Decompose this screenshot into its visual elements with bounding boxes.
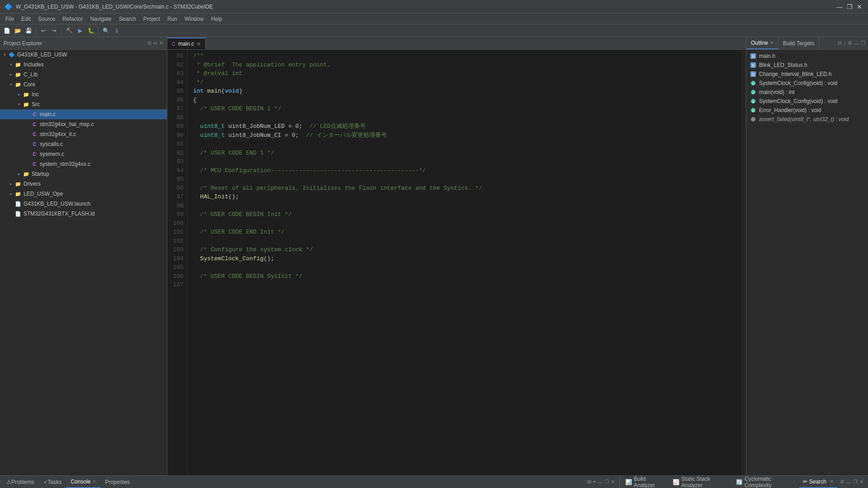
search-tab-close[interactable]: ✕ [830, 479, 834, 484]
outline-item[interactable]: vSystemClock_Config(void) : void [746, 79, 868, 88]
outline-item[interactable]: imain(void) : int [746, 88, 868, 97]
toolbar-search[interactable]: 🔍 [101, 26, 111, 36]
tree-item-src[interactable]: ▾📁Src [0, 99, 167, 109]
menu-run[interactable]: Run [164, 14, 181, 24]
explorer-close[interactable]: ✕ [159, 40, 163, 46]
outline-content: hmain.hhBlink_LED_Status.hhChange_Interv… [746, 50, 868, 475]
tree-item-c-lib[interactable]: ▸📁C_Lib [0, 70, 167, 80]
search-options[interactable]: ⚙ [840, 479, 844, 485]
menu-edit[interactable]: Edit [18, 14, 34, 24]
code-line-93 [193, 157, 741, 166]
outline-label: Error_Handler(void) : void [759, 107, 821, 113]
toolbar-sep-1 [36, 27, 36, 35]
tree-arrow: ▸ [8, 72, 14, 77]
menu-source[interactable]: Source [34, 14, 59, 24]
outline-item[interactable]: hmain.h [746, 52, 868, 61]
tree-item-label: Includes [24, 61, 44, 68]
editor-scrollbar[interactable] [741, 50, 746, 475]
code-content[interactable]: /** * @brief The application entry point… [188, 50, 741, 475]
tree-item-main-c[interactable]: Cmain.c [0, 109, 167, 119]
menu-file[interactable]: File [2, 14, 18, 24]
tree-item-label: main.c [40, 111, 56, 117]
tree-item-sysmem-c[interactable]: Csysmem.c [0, 149, 167, 159]
code-line-96: /* Reset of all peripherals, Initializes… [193, 184, 741, 193]
tree-item-g431kb-led-usw-launch[interactable]: 📄G431KB_LED_USW.launch [0, 199, 167, 209]
outline-icon: h [750, 62, 756, 68]
outline-sort[interactable]: ↕ [844, 41, 846, 46]
outline-settings[interactable]: ⚙ [848, 40, 852, 46]
console-select[interactable]: ▾ [593, 479, 596, 485]
tab-search[interactable]: ✏ Search ✕ [799, 476, 837, 488]
tab-build-targets[interactable]: Build Targets [778, 37, 819, 49]
code-line-100 [193, 219, 741, 228]
folder-icon: 📁 [23, 170, 30, 178]
tree-item-includes[interactable]: ▾📁Includes [0, 60, 167, 70]
toolbar-new[interactable]: 📄 [2, 26, 12, 36]
editor-tab-main-c[interactable]: C main.c ✕ [167, 38, 206, 49]
toolbar-build[interactable]: 🔨 [64, 26, 74, 36]
tab-problems[interactable]: ⚠ Problems [2, 476, 39, 488]
tree-item-syscalls-c[interactable]: Csyscalls.c [0, 139, 167, 149]
toolbar-debug[interactable]: 🐛 [86, 26, 96, 36]
toolbar-undo[interactable]: ↩ [38, 26, 48, 36]
outline-item[interactable]: hChange_Interval_Blink_LED.h [746, 70, 868, 79]
search-min[interactable]: — [846, 479, 851, 485]
tab-build-analyzer[interactable]: 📊 Build Analyzer [622, 476, 669, 488]
toolbar-save[interactable]: 💾 [24, 26, 33, 36]
tab-cyclomatic[interactable]: 🔄 Cyclomatic Complexity [732, 476, 799, 488]
console-new[interactable]: ⊞ [587, 479, 591, 485]
tree-arrow: ▾ [8, 62, 14, 67]
tab-tasks[interactable]: ✓ Tasks [39, 476, 66, 488]
code-editor[interactable]: 8182838485868788899091929394959697989910… [167, 50, 746, 475]
menu-help[interactable]: Help [208, 14, 226, 24]
svg-text:h: h [752, 72, 754, 77]
search-max[interactable]: ❐ [853, 479, 858, 485]
toolbar-open[interactable]: 📂 [13, 26, 23, 36]
outline-label: main(void) : int [759, 89, 795, 95]
outline-item[interactable]: vError_Handler(void) : void [746, 106, 868, 115]
tree-item-stm32g4xx-hal-msp-c[interactable]: Cstm32g4xx_hal_msp.c [0, 119, 167, 129]
outline-max[interactable]: ❐ [861, 40, 865, 46]
toolbar-redo[interactable]: ↪ [49, 26, 59, 36]
menu-refactor[interactable]: Refactor [59, 14, 86, 24]
tree-item-stm32g431kbtx-flash-ld[interactable]: 📄STM32G431KBTX_FLASH.ld [0, 209, 167, 219]
tab-close-button[interactable]: ✕ [197, 41, 201, 47]
tree-item-drivers[interactable]: ▸📁Drivers [0, 179, 167, 189]
tree-item-core[interactable]: ▾📁Core [0, 80, 167, 89]
toolbar-run[interactable]: ▶ [75, 26, 85, 36]
tree-item-system-stm32g4xx-c[interactable]: Csystem_stm32g4xx.c [0, 159, 167, 169]
close-button[interactable]: ✕ [855, 3, 863, 11]
menu-window[interactable]: Window [181, 14, 208, 24]
menu-project[interactable]: Project [140, 14, 164, 24]
tab-properties[interactable]: Properties [100, 476, 134, 488]
outline-min[interactable]: — [854, 41, 859, 46]
tab-static-stack[interactable]: 📈 Static Stack Analyzer [669, 476, 732, 488]
folder-icon: 📁 [14, 81, 22, 88]
tab-outline[interactable]: Outline ✕ [746, 37, 778, 49]
tree-item-startup[interactable]: ▸📁Startup [0, 169, 167, 179]
code-line-98 [193, 202, 741, 211]
console-tab-close[interactable]: ✕ [92, 479, 96, 484]
maximize-button[interactable]: ❐ [845, 3, 854, 11]
search-close[interactable]: ✕ [859, 479, 863, 485]
outline-item[interactable]: assert_failed(uint8_t*, uint32_t) : void [746, 115, 868, 124]
tree-item-inc[interactable]: ▸📁Inc [0, 89, 167, 99]
console-max[interactable]: ❐ [604, 479, 609, 485]
menu-search[interactable]: Search [115, 14, 140, 24]
explorer-link-with-editor[interactable]: ⇔ [153, 40, 157, 46]
minimize-button[interactable]: — [835, 3, 844, 11]
tree-item-g431kb-led-usw[interactable]: ▾🔷G431KB_LED_USW [0, 50, 167, 60]
tree-item-stm32g4xx-it-c[interactable]: Cstm32g4xx_it.c [0, 129, 167, 139]
outline-collapse[interactable]: ⊟ [838, 40, 842, 46]
code-line-107 [193, 281, 741, 290]
outline-item[interactable]: hBlink_LED_Status.h [746, 61, 868, 70]
console-close[interactable]: ✕ [611, 479, 615, 485]
explorer-collapse-all[interactable]: ⊟ [147, 40, 151, 46]
menu-navigate[interactable]: Navigate [86, 14, 115, 24]
toolbar-info[interactable]: ℹ [112, 26, 122, 36]
tab-console[interactable]: Console ✕ [66, 476, 100, 488]
outline-item[interactable]: vSystemClock_Config(void) : void [746, 97, 868, 106]
console-min[interactable]: — [598, 479, 603, 485]
tree-item-led-usw-ope[interactable]: ▸📁LED_USW_Ope [0, 189, 167, 199]
outline-icon: h [750, 71, 756, 77]
